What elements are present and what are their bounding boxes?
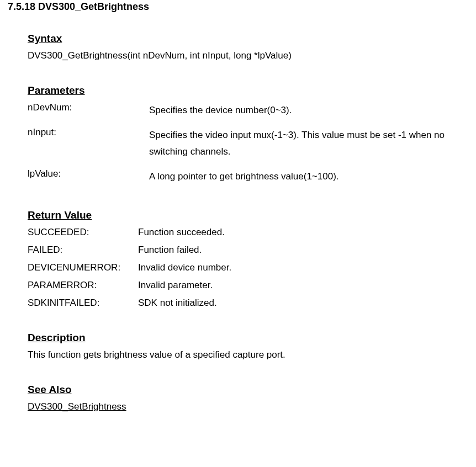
return-label: DEVICENUMERROR: — [28, 262, 138, 273]
param-desc: A long pointer to get brightness value(1… — [149, 168, 476, 185]
parameters-block: nDevNum: Specifies the device number(0~3… — [28, 102, 476, 185]
description-block: This function gets brightness value of a… — [28, 349, 476, 360]
description-text: This function gets brightness value of a… — [28, 349, 476, 360]
param-desc: Specifies the device number(0~3). — [149, 102, 476, 119]
return-label: PARAMERROR: — [28, 280, 138, 291]
param-row: lpValue: A long pointer to get brightnes… — [28, 168, 476, 185]
return-row: FAILED: Function failed. — [28, 245, 476, 256]
param-desc: Specifies the video input mux(-1~3). Thi… — [149, 127, 476, 161]
return-value-block: SUCCEEDED: Function succeeded. FAILED: F… — [28, 227, 476, 309]
return-desc: Function succeeded. — [138, 227, 476, 238]
return-desc: SDK not initialized. — [138, 298, 476, 309]
syntax-heading: Syntax — [28, 33, 476, 45]
syntax-signature: DVS300_GetBrightness(int nDevNum, int nI… — [28, 50, 476, 61]
return-row: SUCCEEDED: Function succeeded. — [28, 227, 476, 238]
content-wrapper: Syntax DVS300_GetBrightness(int nDevNum,… — [8, 33, 476, 412]
return-row: PARAMERROR: Invalid parameter. — [28, 280, 476, 291]
return-desc: Function failed. — [138, 245, 476, 256]
parameters-heading: Parameters — [28, 84, 476, 97]
return-desc: Invalid parameter. — [138, 280, 476, 291]
param-label: nDevNum: — [28, 102, 149, 113]
return-label: SUCCEEDED: — [28, 227, 138, 238]
return-row: SDKINITFAILED: SDK not initialized. — [28, 298, 476, 309]
param-row: nInput: Specifies the video input mux(-1… — [28, 127, 476, 161]
see-also-link[interactable]: DVS300_SetBrightness — [28, 401, 476, 412]
param-row: nDevNum: Specifies the device number(0~3… — [28, 102, 476, 119]
return-row: DEVICENUMERROR: Invalid device number. — [28, 262, 476, 273]
return-desc: Invalid device number. — [138, 262, 476, 273]
see-also-heading: See Also — [28, 384, 476, 396]
section-title: 7.5.18 DVS300_GetBrightness — [8, 1, 476, 13]
return-label: SDKINITFAILED: — [28, 298, 138, 309]
description-heading: Description — [28, 332, 476, 344]
return-label: FAILED: — [28, 245, 138, 256]
param-label: lpValue: — [28, 168, 149, 179]
return-value-heading: Return Value — [28, 209, 476, 221]
param-label: nInput: — [28, 127, 149, 138]
